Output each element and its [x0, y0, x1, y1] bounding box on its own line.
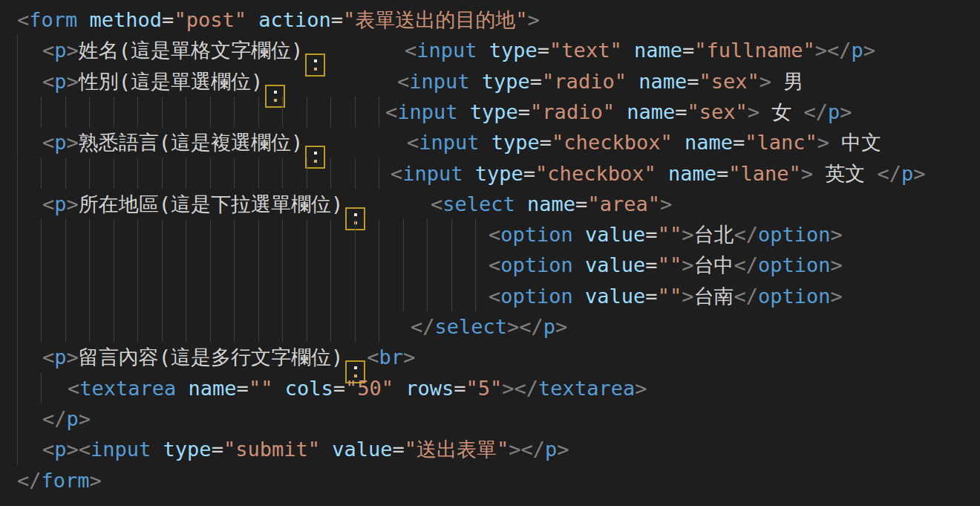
code-token [615, 100, 627, 123]
code-line: <form method="post" action="表單送出的目的地"> [0, 4, 980, 35]
code-token [573, 223, 585, 246]
code-token: 中文 [829, 131, 881, 154]
colon-glyph-dot [274, 91, 277, 94]
code-token: action [258, 8, 331, 31]
indent-guide [17, 127, 18, 158]
indent-guide [17, 219, 18, 250]
code-token: textarea [538, 377, 635, 400]
code-token: name [634, 39, 682, 62]
code-segment: </select></p> [411, 311, 567, 342]
code-token: p [67, 407, 79, 430]
code-token: = [540, 131, 552, 154]
code-token: 台北 [693, 223, 734, 246]
code-token: = [687, 70, 699, 93]
indent-guide [210, 219, 211, 250]
indent-guide [17, 373, 18, 403]
code-token: > [67, 131, 79, 154]
code-token: < [489, 285, 500, 308]
indent-guide [186, 97, 186, 127]
code-segment: </p> [42, 403, 91, 434]
code-token: > [555, 315, 567, 338]
code-token: 男 [771, 70, 803, 93]
code-token: ></ [815, 39, 852, 62]
code-token: input [91, 438, 151, 461]
code-segment: <input type="text" name="fullname"></p> [405, 35, 875, 65]
indent-guide [186, 311, 186, 342]
code-token: < [431, 192, 442, 215]
code-token: "50" [345, 377, 393, 400]
code-token [463, 162, 475, 185]
code-token [320, 438, 332, 461]
code-line: <option value="">台中</option> [0, 250, 980, 280]
indent-guide [186, 250, 186, 280]
code-token: "" [249, 377, 273, 400]
code-line: </form> [0, 465, 980, 496]
indent-guide [89, 281, 90, 311]
code-token: < [42, 192, 54, 215]
indent-guide [234, 311, 235, 342]
indent-guide [162, 97, 163, 127]
indent-guide [475, 281, 476, 311]
code-token: > [830, 223, 842, 246]
indent-guide [65, 250, 66, 280]
code-token: < [42, 39, 54, 62]
indent-guide [210, 250, 211, 280]
code-token: value [332, 438, 392, 461]
indent-guide [330, 311, 331, 342]
indent-guide [234, 158, 235, 189]
indent-guide [41, 158, 42, 189]
code-token: option [758, 285, 831, 308]
indent-guide [17, 158, 18, 189]
code-token: > [748, 100, 760, 123]
indent-guide [65, 219, 66, 250]
indent-guide [41, 311, 42, 342]
code-token: = [237, 377, 249, 400]
code-line: <input type="checkbox" name="lane"> 英文 <… [0, 158, 980, 189]
code-token: textarea [79, 377, 176, 400]
code-token: "sex" [687, 100, 747, 123]
code-token: = [716, 162, 728, 185]
indent-guide [65, 97, 66, 127]
code-token [77, 8, 89, 31]
indent-guide [307, 250, 307, 280]
code-token: </ [734, 223, 758, 246]
code-token: type [491, 131, 540, 154]
code-token: input [397, 100, 457, 123]
code-token: > [67, 70, 79, 93]
code-token: > [682, 223, 693, 246]
indent-guide [234, 97, 235, 127]
indent-guide [114, 97, 114, 127]
code-token: name [627, 100, 675, 123]
code-segment: <option value="">台中</option> [489, 250, 843, 280]
code-token: ></ [507, 315, 543, 338]
code-token [393, 377, 405, 400]
code-token: name [668, 162, 716, 185]
code-token [573, 285, 585, 308]
code-token: type [163, 438, 212, 461]
code-token [627, 70, 638, 93]
code-editor[interactable]: <form method="post" action="表單送出的目的地"><p… [0, 0, 980, 506]
code-segment: <input type="checkbox" name="lanc"> 中文 [407, 127, 881, 158]
code-token: p [852, 39, 863, 62]
code-token: rows [405, 377, 454, 400]
code-token: > [863, 39, 875, 62]
code-token: 性別(這是單選欄位) [79, 70, 264, 93]
code-token: = [575, 192, 587, 215]
code-segment: </form> [17, 465, 102, 496]
indent-guide [282, 311, 283, 342]
code-token: p [54, 438, 66, 461]
code-token: > [913, 162, 925, 185]
indent-guide [210, 281, 211, 311]
code-token: form [42, 469, 90, 492]
code-token: < [42, 438, 54, 461]
code-token: 英文 [813, 162, 878, 185]
code-token: > [90, 469, 102, 492]
code-segment: <option value="">台北</option> [489, 219, 843, 250]
code-token: "area" [587, 192, 660, 215]
indent-guide [307, 281, 307, 311]
code-token: 女 [760, 100, 804, 123]
indent-guide [258, 158, 259, 189]
indent-guide [379, 250, 379, 280]
indent-guide [41, 250, 42, 280]
code-token: = [333, 377, 345, 400]
